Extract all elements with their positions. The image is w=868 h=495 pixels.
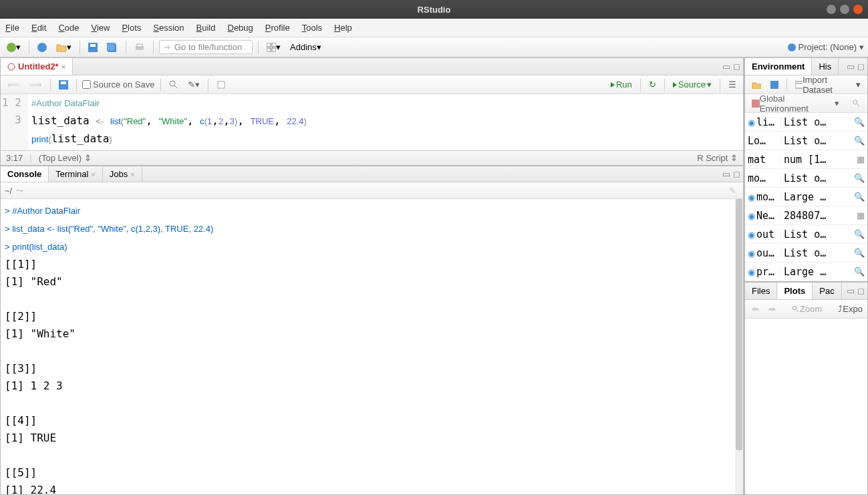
print-button[interactable] bbox=[132, 41, 148, 53]
window-minimize-button[interactable] bbox=[827, 5, 836, 14]
window-close-button[interactable] bbox=[853, 5, 863, 14]
goto-file-function-input[interactable]: Go to file/function bbox=[159, 40, 253, 54]
maximize-pane-button[interactable]: ◻ bbox=[733, 169, 740, 179]
line-gutter: 1 2 3 bbox=[1, 94, 27, 150]
maximize-pane-button[interactable]: ◻ bbox=[857, 61, 865, 71]
find-button[interactable] bbox=[166, 79, 181, 91]
addins-button[interactable]: Addins ▾ bbox=[287, 41, 324, 53]
env-row[interactable]: ◉mo…Large …🔍 bbox=[745, 188, 867, 206]
source-editor-pane: Untitled2* × ▭ ◻ ⟸ ⟹ Source on Save ✎▾ bbox=[0, 57, 744, 166]
code-editor[interactable]: 1 2 3 #Author DataFlair list_data <- lis… bbox=[1, 94, 743, 150]
env-row[interactable]: mo…List o…🔍 bbox=[745, 169, 867, 188]
env-scope-selector[interactable]: Global Environment ▾ bbox=[749, 92, 842, 115]
clear-console-button[interactable]: ✎ bbox=[726, 184, 739, 197]
console-output[interactable]: > #Author DataFlair > list_data <- list(… bbox=[1, 199, 743, 494]
minimize-pane-button[interactable]: ▭ bbox=[722, 61, 730, 71]
svg-point-10 bbox=[8, 63, 15, 70]
editor-tab-label: Untitled2* bbox=[18, 61, 59, 71]
svg-rect-3 bbox=[107, 43, 115, 51]
tab-jobs[interactable]: Jobs× bbox=[103, 166, 142, 182]
env-row[interactable]: Lo…List o…🔍 bbox=[745, 132, 867, 150]
rscript-icon bbox=[7, 63, 15, 71]
console-path-arrow-icon: ⤳ bbox=[16, 186, 23, 196]
minimize-pane-button[interactable]: ▭ bbox=[847, 286, 855, 296]
env-row[interactable]: ◉li…List o…🔍 bbox=[745, 113, 867, 132]
plot-next-button[interactable]: ➡ bbox=[766, 303, 778, 315]
export-button[interactable]: ⤴ Expo bbox=[835, 303, 865, 315]
separator bbox=[126, 41, 126, 54]
svg-rect-9 bbox=[272, 48, 276, 52]
plots-pane: FilesPlotsPac ▭ ◻ ⬅ ➡ Zoom ⤴ Expo bbox=[744, 282, 868, 495]
env-row[interactable]: ◉pr…Large …🔍 bbox=[745, 263, 867, 281]
menu-debug[interactable]: Debug bbox=[228, 23, 253, 33]
window-title: RStudio bbox=[418, 5, 451, 15]
plot-prev-button[interactable]: ⬅ bbox=[749, 303, 762, 315]
zoom-button[interactable]: Zoom bbox=[789, 303, 825, 315]
save-file-button[interactable] bbox=[56, 79, 71, 91]
menu-build[interactable]: Build bbox=[196, 23, 216, 33]
menu-bar: FileEditCodeViewPlotsSessionBuildDebugPr… bbox=[0, 19, 868, 37]
svg-rect-16 bbox=[795, 81, 803, 88]
console-path: ~/ bbox=[5, 186, 12, 196]
separator bbox=[80, 41, 80, 54]
new-project-button[interactable] bbox=[35, 41, 49, 53]
forward-button[interactable]: ⟹ bbox=[27, 78, 45, 91]
maximize-pane-button[interactable]: ◻ bbox=[733, 61, 740, 71]
editor-tab-untitled2[interactable]: Untitled2* × bbox=[1, 58, 73, 75]
load-workspace-button[interactable] bbox=[749, 79, 764, 90]
svg-rect-7 bbox=[272, 43, 276, 47]
tab-files[interactable]: Files bbox=[745, 283, 777, 299]
menu-session[interactable]: Session bbox=[153, 23, 184, 33]
open-file-button[interactable]: ▾ bbox=[53, 41, 74, 53]
new-file-button[interactable]: ▾ bbox=[4, 41, 23, 53]
tab-terminal[interactable]: Terminal× bbox=[49, 166, 103, 182]
scope-selector[interactable]: (Top Level) ⇕ bbox=[39, 153, 92, 163]
menu-view[interactable]: View bbox=[91, 23, 110, 33]
env-search-button[interactable] bbox=[850, 98, 863, 109]
console-scrollbar[interactable] bbox=[735, 199, 743, 494]
svg-rect-17 bbox=[752, 100, 760, 108]
env-row[interactable]: ◉ou…List o…🔍 bbox=[745, 244, 867, 263]
env-row[interactable]: matnum [1…▦ bbox=[745, 150, 867, 169]
save-button[interactable] bbox=[86, 41, 100, 53]
run-button[interactable]: Run bbox=[608, 78, 635, 91]
window-maximize-button[interactable] bbox=[840, 5, 849, 14]
minimize-pane-button[interactable]: ▭ bbox=[722, 169, 730, 179]
tab-console[interactable]: Console bbox=[1, 166, 49, 182]
maximize-pane-button[interactable]: ◻ bbox=[857, 286, 865, 296]
outline-button[interactable]: ☰ bbox=[726, 78, 739, 91]
tab-plots[interactable]: Plots bbox=[777, 283, 813, 299]
plot-canvas bbox=[745, 319, 867, 494]
save-workspace-button[interactable] bbox=[768, 79, 781, 90]
svg-rect-12 bbox=[61, 81, 66, 84]
menu-edit[interactable]: Edit bbox=[31, 23, 46, 33]
tab-environment[interactable]: Environment bbox=[745, 58, 812, 75]
project-menu[interactable]: Project: (None) ▾ bbox=[788, 42, 864, 52]
compile-button[interactable] bbox=[214, 79, 229, 91]
tab-pac[interactable]: Pac bbox=[813, 283, 841, 299]
save-all-button[interactable] bbox=[104, 41, 120, 53]
back-button[interactable]: ⟸ bbox=[5, 78, 23, 91]
minimize-pane-button[interactable]: ▭ bbox=[847, 61, 855, 71]
svg-point-19 bbox=[792, 306, 797, 310]
svg-point-18 bbox=[853, 100, 857, 104]
filetype-selector[interactable]: R Script ⇕ bbox=[697, 153, 738, 163]
rerun-button[interactable]: ↻ bbox=[646, 78, 659, 91]
menu-plots[interactable]: Plots bbox=[122, 23, 141, 33]
env-row[interactable]: ◉outList o…🔍 bbox=[745, 225, 867, 244]
env-row[interactable]: ◉Ne…284807…▦ bbox=[745, 206, 867, 225]
menu-file[interactable]: File bbox=[5, 23, 19, 33]
cursor-position: 3:17 bbox=[6, 153, 23, 163]
grid-button[interactable]: ▾ bbox=[264, 41, 283, 53]
wand-button[interactable]: ✎▾ bbox=[185, 78, 202, 91]
close-tab-button[interactable]: × bbox=[61, 63, 65, 71]
tab-his[interactable]: His bbox=[812, 58, 839, 75]
source-on-save-checkbox[interactable]: Source on Save bbox=[82, 79, 155, 90]
menu-tools[interactable]: Tools bbox=[302, 23, 322, 33]
menu-profile[interactable]: Profile bbox=[265, 23, 290, 33]
menu-help[interactable]: Help bbox=[334, 23, 352, 33]
menu-code[interactable]: Code bbox=[58, 23, 79, 33]
svg-rect-1 bbox=[90, 44, 96, 47]
svg-point-13 bbox=[170, 81, 175, 86]
source-button[interactable]: Source ▾ bbox=[670, 78, 714, 91]
